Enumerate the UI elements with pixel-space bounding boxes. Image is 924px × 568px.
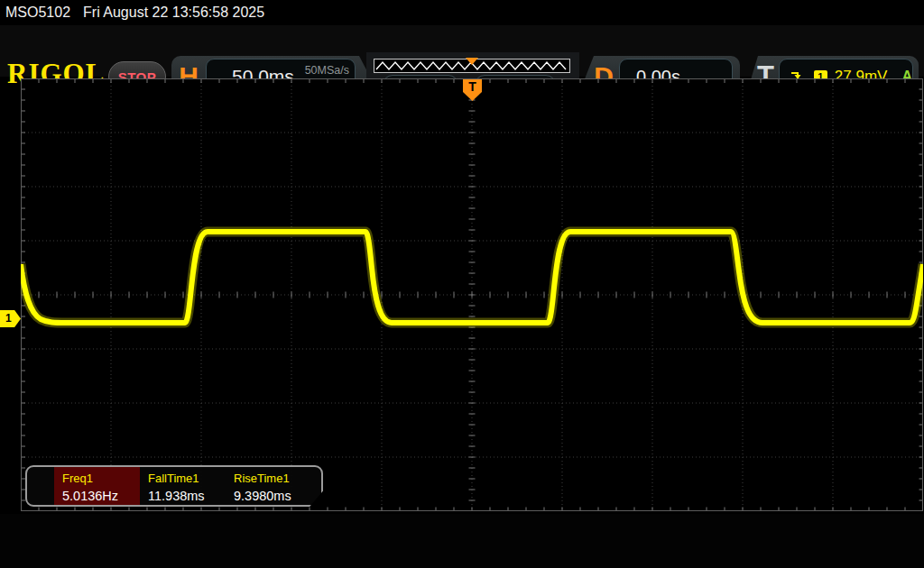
measurement-value: 9.3980ms	[234, 489, 311, 503]
measurement-freq[interactable]: Freq1 5.0136Hz	[54, 467, 140, 505]
sample-rate: 50MSa/s	[305, 64, 349, 77]
measurement-value: 5.0136Hz	[62, 489, 140, 503]
measurement-label: Freq1	[62, 472, 140, 485]
measurement-falltime[interactable]: FallTime1 11.938ms	[140, 467, 226, 505]
measurement-label: RiseTime1	[234, 472, 311, 485]
top-info-bar: MSO5102 Fri August 22 13:56:58 2025	[0, 0, 924, 25]
channel1-ground-marker[interactable]: 1	[0, 310, 21, 327]
measurement-panel[interactable]: Freq1 5.0136Hz FallTime1 11.938ms RiseTi…	[25, 465, 323, 507]
oscilloscope-screen: MSO5102 Fri August 22 13:56:58 2025 RIGO…	[0, 0, 924, 568]
bottom-status-bar: 1 500mV -240mV 2	[0, 514, 924, 568]
header-bar: RIGOL STOP H 50.0ms 50MSa/s 25Mpts Measu…	[0, 25, 924, 77]
preview-trigger-position-icon[interactable]	[466, 58, 478, 65]
waveform-display[interactable]	[21, 78, 923, 511]
measurement-label: FallTime1	[148, 472, 226, 485]
graticule-and-trace	[21, 78, 923, 511]
measurement-value: 11.938ms	[148, 489, 226, 503]
model-label: MSO5102	[5, 5, 70, 21]
measurement-risetime[interactable]: RiseTime1 9.3980ms	[226, 467, 311, 505]
datetime-label: Fri August 22 13:56:58 2025	[83, 5, 264, 21]
